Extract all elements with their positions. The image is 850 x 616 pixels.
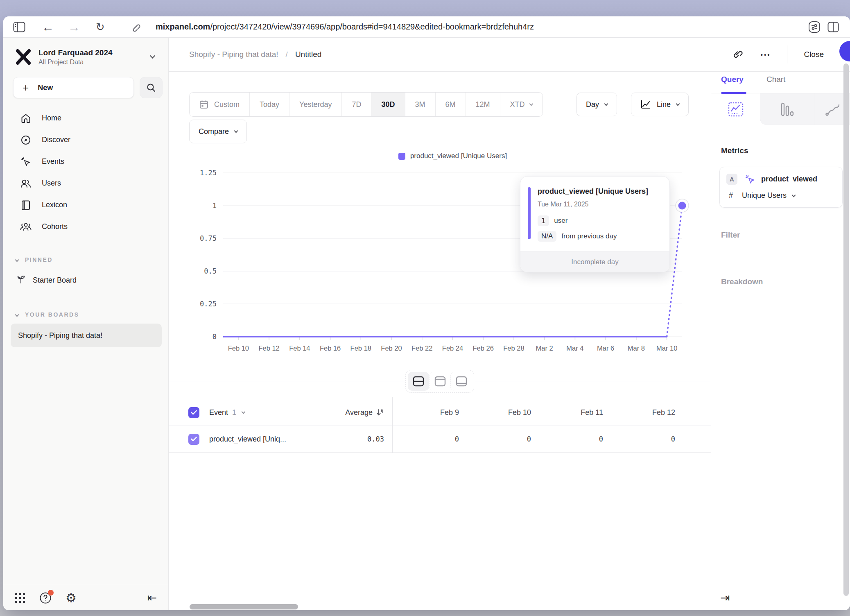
row-value: 0 — [455, 435, 459, 443]
chevron-down-icon — [792, 193, 796, 197]
sidebar-item-starter-board[interactable]: Starter Board — [16, 270, 168, 291]
svg-text:1: 1 — [212, 202, 217, 210]
url-link-icon — [126, 18, 145, 36]
compare-button[interactable]: Compare — [189, 120, 247, 143]
split-view-icon[interactable] — [824, 18, 843, 36]
date-column-header[interactable]: Feb 11 — [536, 408, 608, 417]
forward-icon[interactable]: → — [65, 18, 84, 36]
range-xtd[interactable]: XTD — [500, 93, 543, 116]
range-6m[interactable]: 6M — [436, 93, 466, 116]
chevron-down-icon — [604, 102, 608, 106]
back-icon[interactable]: ← — [38, 18, 57, 36]
sliders-icon[interactable] — [805, 18, 824, 36]
chart-type-dropdown[interactable]: Line — [631, 93, 689, 116]
search-icon — [146, 83, 156, 93]
layout-split-icon[interactable] — [408, 372, 429, 391]
funnels-tab[interactable] — [760, 93, 814, 125]
tab-chart[interactable]: Chart — [766, 72, 785, 84]
range-7d[interactable]: 7D — [342, 93, 371, 116]
users-icon — [20, 178, 32, 189]
sidebar-item-lexicon[interactable]: Lexicon — [3, 194, 168, 216]
sidebar-item-discover[interactable]: Discover — [3, 129, 168, 151]
close-button[interactable]: Close — [804, 50, 824, 59]
chevron-down-icon — [676, 102, 680, 106]
svg-text:Feb 22: Feb 22 — [411, 344, 432, 352]
range-30d[interactable]: 30D — [371, 93, 405, 116]
gear-icon[interactable]: ⚙ — [66, 592, 77, 604]
checkbox-check-icon — [191, 437, 197, 442]
vertical-scrollbar[interactable] — [843, 63, 849, 596]
new-button[interactable]: + New — [13, 77, 134, 98]
row-value: 0 — [671, 435, 675, 443]
breadcrumb-separator: / — [286, 50, 288, 59]
sidebar-item-cohorts[interactable]: Cohorts — [3, 216, 168, 238]
insights-tab[interactable] — [711, 93, 760, 125]
date-column-header[interactable]: Feb 12 — [608, 408, 680, 417]
your-boards-section-header[interactable]: YOUR BOARDS — [16, 311, 168, 318]
sidebar: Lord Farquaad 2024 All Project Data + Ne… — [3, 38, 169, 610]
filter-section-label: Filter — [721, 231, 850, 240]
divider — [787, 45, 787, 63]
average-column-header[interactable]: Average — [328, 408, 384, 417]
tab-query[interactable]: Query — [721, 72, 744, 84]
breadcrumb-current[interactable]: Untitled — [295, 50, 321, 59]
search-button[interactable] — [140, 77, 163, 98]
pinned-section-header[interactable]: PINNED — [16, 256, 168, 263]
granularity-dropdown[interactable]: Day — [576, 93, 617, 116]
metric-aggregation[interactable]: # Unique Users — [729, 191, 836, 200]
range-custom[interactable]: Custom — [190, 93, 250, 116]
horizontal-scrollbar[interactable] — [190, 604, 298, 609]
address-bar[interactable]: mixpanel.com/project/3472420/view/397469… — [156, 22, 534, 32]
layout-top-icon[interactable] — [429, 372, 450, 391]
panel-footer: ⇥ — [711, 585, 850, 610]
help-icon[interactable] — [39, 592, 52, 604]
app-grid-icon[interactable] — [15, 593, 25, 603]
range-3m[interactable]: 3M — [405, 93, 436, 116]
event-column-header[interactable]: Event — [209, 408, 228, 417]
table-row[interactable]: product_viewed [Uniq... 0.03 0 0 0 0 — [169, 426, 711, 453]
expand-right-icon[interactable]: ⇥ — [720, 591, 730, 605]
events-icon — [20, 156, 32, 167]
sidebar-item-label: Users — [42, 179, 61, 188]
range-12m[interactable]: 12M — [466, 93, 500, 116]
date-range-control: Custom Today Yesterday 7D 30D 3M 6M 12M … — [189, 92, 543, 117]
breakdown-section-label: Breakdown — [721, 277, 850, 286]
date-column-header[interactable]: Feb 10 — [464, 408, 536, 417]
event-count: 1 — [232, 408, 236, 417]
workspace-switcher[interactable]: Lord Farquaad 2024 All Project Data — [3, 38, 168, 66]
notification-dot — [48, 590, 54, 596]
row-value: 0 — [599, 435, 603, 443]
range-today[interactable]: Today — [250, 93, 289, 116]
select-all-checkbox[interactable] — [188, 407, 199, 418]
svg-text:Mar 4: Mar 4 — [566, 344, 583, 352]
svg-text:Feb 28: Feb 28 — [503, 344, 524, 352]
breadcrumb-board[interactable]: Shopify - Piping that data! — [189, 50, 278, 59]
row-checkbox[interactable] — [188, 434, 199, 445]
more-options-icon[interactable]: ••• — [761, 51, 771, 58]
collapse-left-icon[interactable]: ⇤ — [147, 591, 157, 605]
discover-icon — [20, 135, 32, 145]
sidebar-item-home[interactable]: Home — [3, 107, 168, 129]
svg-text:Feb 12: Feb 12 — [258, 344, 279, 352]
calendar-icon — [199, 100, 208, 109]
sidebar-item-label: Lexicon — [42, 201, 67, 209]
metric-card[interactable]: A product_viewed # Unique Users — [719, 167, 843, 208]
layout-bottom-icon[interactable] — [450, 372, 472, 391]
chevron-down-icon — [242, 410, 246, 414]
line-chart-icon — [640, 100, 651, 109]
sidebar-item-label: Events — [42, 157, 64, 166]
svg-text:Feb 26: Feb 26 — [473, 344, 494, 352]
sidebar-toggle-icon[interactable] — [10, 18, 29, 36]
reload-icon[interactable]: ↻ — [91, 18, 110, 36]
svg-text:Mar 10: Mar 10 — [656, 344, 677, 352]
sidebar-item-users[interactable]: Users — [3, 172, 168, 194]
metrics-section-label: Metrics — [721, 146, 850, 155]
range-yesterday[interactable]: Yesterday — [289, 93, 342, 116]
plus-icon: + — [23, 82, 29, 93]
active-tab-underline — [721, 92, 746, 94]
svg-text:Feb 18: Feb 18 — [350, 344, 371, 352]
sidebar-item-board-selected[interactable]: Shopify - Piping that data! — [11, 324, 162, 347]
sidebar-item-events[interactable]: Events — [3, 151, 168, 172]
copy-link-icon[interactable] — [732, 48, 743, 61]
date-column-header[interactable]: Feb 9 — [392, 408, 464, 417]
